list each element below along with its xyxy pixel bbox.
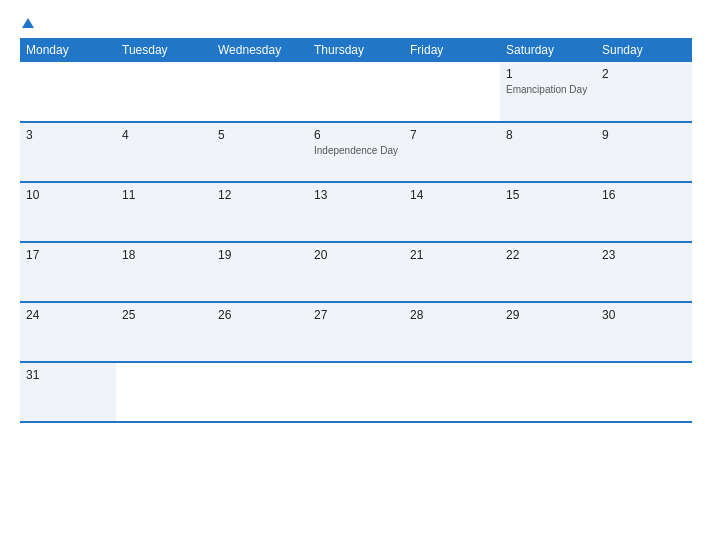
calendar-week-row: 10111213141516 [20, 182, 692, 242]
calendar-cell: 5 [212, 122, 308, 182]
date-number: 29 [506, 308, 590, 322]
date-number: 19 [218, 248, 302, 262]
col-sunday: Sunday [596, 38, 692, 62]
date-number: 22 [506, 248, 590, 262]
date-number: 12 [218, 188, 302, 202]
date-number: 17 [26, 248, 110, 262]
calendar-cell: 25 [116, 302, 212, 362]
calendar-cell: 29 [500, 302, 596, 362]
calendar-cell: 12 [212, 182, 308, 242]
date-number: 13 [314, 188, 398, 202]
date-number: 27 [314, 308, 398, 322]
calendar-cell: 20 [308, 242, 404, 302]
calendar-cell: 23 [596, 242, 692, 302]
col-friday: Friday [404, 38, 500, 62]
calendar-week-row: 31 [20, 362, 692, 422]
calendar-cell: 27 [308, 302, 404, 362]
logo-triangle-icon [22, 18, 34, 28]
calendar-cell: 6Independence Day [308, 122, 404, 182]
col-wednesday: Wednesday [212, 38, 308, 62]
col-thursday: Thursday [308, 38, 404, 62]
date-number: 2 [602, 67, 686, 81]
calendar-week-row: 3456Independence Day789 [20, 122, 692, 182]
calendar-cell: 21 [404, 242, 500, 302]
header [20, 18, 692, 28]
date-number: 18 [122, 248, 206, 262]
col-monday: Monday [20, 38, 116, 62]
calendar-cell: 17 [20, 242, 116, 302]
date-number: 28 [410, 308, 494, 322]
calendar-cell: 14 [404, 182, 500, 242]
calendar-cell: 7 [404, 122, 500, 182]
calendar-cell: 9 [596, 122, 692, 182]
calendar-cell: 22 [500, 242, 596, 302]
calendar-cell: 16 [596, 182, 692, 242]
date-number: 3 [26, 128, 110, 142]
calendar-cell [20, 62, 116, 122]
calendar-cell: 30 [596, 302, 692, 362]
logo [20, 18, 34, 28]
calendar-cell [500, 362, 596, 422]
date-number: 25 [122, 308, 206, 322]
date-number: 26 [218, 308, 302, 322]
calendar-table: Monday Tuesday Wednesday Thursday Friday… [20, 38, 692, 423]
calendar-cell: 2 [596, 62, 692, 122]
date-number: 6 [314, 128, 398, 142]
holiday-label: Independence Day [314, 144, 398, 157]
calendar-week-row: 17181920212223 [20, 242, 692, 302]
calendar-week-row: 1Emancipation Day2 [20, 62, 692, 122]
calendar-cell [116, 62, 212, 122]
calendar-cell: 28 [404, 302, 500, 362]
calendar-header: Monday Tuesday Wednesday Thursday Friday… [20, 38, 692, 62]
col-tuesday: Tuesday [116, 38, 212, 62]
calendar-cell: 18 [116, 242, 212, 302]
date-number: 24 [26, 308, 110, 322]
calendar-cell [308, 362, 404, 422]
col-saturday: Saturday [500, 38, 596, 62]
calendar-cell: 13 [308, 182, 404, 242]
calendar-body: 1Emancipation Day23456Independence Day78… [20, 62, 692, 422]
calendar-page: Monday Tuesday Wednesday Thursday Friday… [0, 0, 712, 550]
date-number: 11 [122, 188, 206, 202]
date-number: 10 [26, 188, 110, 202]
calendar-cell: 11 [116, 182, 212, 242]
date-number: 23 [602, 248, 686, 262]
calendar-cell [308, 62, 404, 122]
calendar-cell: 31 [20, 362, 116, 422]
date-number: 31 [26, 368, 110, 382]
day-headers-row: Monday Tuesday Wednesday Thursday Friday… [20, 38, 692, 62]
calendar-cell [212, 62, 308, 122]
calendar-cell [404, 62, 500, 122]
date-number: 8 [506, 128, 590, 142]
calendar-cell: 1Emancipation Day [500, 62, 596, 122]
date-number: 4 [122, 128, 206, 142]
calendar-cell [212, 362, 308, 422]
date-number: 20 [314, 248, 398, 262]
date-number: 16 [602, 188, 686, 202]
date-number: 5 [218, 128, 302, 142]
date-number: 7 [410, 128, 494, 142]
holiday-label: Emancipation Day [506, 83, 590, 96]
calendar-cell: 15 [500, 182, 596, 242]
calendar-cell: 3 [20, 122, 116, 182]
date-number: 30 [602, 308, 686, 322]
calendar-cell: 4 [116, 122, 212, 182]
date-number: 9 [602, 128, 686, 142]
calendar-cell [596, 362, 692, 422]
date-number: 21 [410, 248, 494, 262]
calendar-cell: 26 [212, 302, 308, 362]
date-number: 1 [506, 67, 590, 81]
calendar-cell [116, 362, 212, 422]
calendar-cell: 8 [500, 122, 596, 182]
calendar-cell: 19 [212, 242, 308, 302]
date-number: 15 [506, 188, 590, 202]
calendar-cell [404, 362, 500, 422]
date-number: 14 [410, 188, 494, 202]
calendar-cell: 10 [20, 182, 116, 242]
calendar-cell: 24 [20, 302, 116, 362]
calendar-week-row: 24252627282930 [20, 302, 692, 362]
